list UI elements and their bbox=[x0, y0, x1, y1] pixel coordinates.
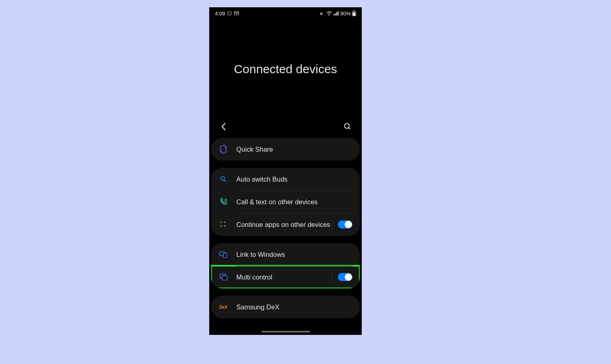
card-samsung-services: Auto switch Buds Call & text on other de… bbox=[211, 168, 360, 236]
link-windows-icon bbox=[219, 250, 228, 259]
card-dex: DeX Samsung DeX bbox=[211, 296, 360, 318]
page-title: Connected devices bbox=[234, 62, 337, 76]
status-time: 4:09 bbox=[215, 11, 225, 17]
continue-apps-label: Continue apps on other devices bbox=[236, 220, 332, 229]
action-bar bbox=[209, 119, 362, 135]
card-windows: Link to Windows Multi control bbox=[211, 243, 360, 288]
phone-frame: 4:09 80% Connected devices bbox=[209, 7, 362, 335]
svg-rect-18 bbox=[223, 253, 227, 257]
buds-icon bbox=[219, 174, 228, 184]
svg-rect-6 bbox=[337, 11, 338, 16]
toggle-divider bbox=[332, 272, 332, 282]
svg-point-15 bbox=[220, 225, 222, 227]
quick-share-label: Quick Share bbox=[236, 145, 352, 154]
status-bar: 4:09 80% bbox=[209, 7, 362, 19]
call-text-label: Call & text on other devices bbox=[236, 198, 352, 206]
svg-point-10 bbox=[345, 124, 350, 129]
search-button[interactable] bbox=[342, 121, 353, 132]
svg-rect-20 bbox=[222, 276, 227, 280]
dex-icon: DeX bbox=[219, 302, 228, 312]
link-windows-label: Link to Windows bbox=[236, 250, 352, 259]
toggle-divider bbox=[332, 219, 332, 230]
row-multi-control[interactable]: Multi control bbox=[211, 266, 360, 288]
mute-icon bbox=[320, 11, 325, 16]
dex-badge: DeX bbox=[219, 305, 227, 309]
gmail-icon bbox=[234, 11, 239, 15]
card-quick-share: Quick Share bbox=[211, 138, 360, 161]
svg-point-14 bbox=[224, 221, 226, 223]
battery-text: 80% bbox=[340, 11, 351, 17]
multi-control-toggle[interactable] bbox=[338, 273, 352, 281]
continue-apps-icon bbox=[219, 220, 228, 229]
svg-rect-5 bbox=[336, 12, 337, 15]
quick-share-icon bbox=[219, 144, 228, 154]
row-quick-share[interactable]: Quick Share bbox=[211, 138, 360, 161]
continue-apps-toggle[interactable] bbox=[338, 220, 352, 229]
row-link-windows[interactable]: Link to Windows bbox=[211, 243, 360, 266]
svg-rect-4 bbox=[335, 13, 335, 15]
svg-line-11 bbox=[349, 128, 350, 129]
wifi-icon bbox=[326, 11, 332, 16]
row-auto-switch-buds[interactable]: Auto switch Buds bbox=[211, 168, 360, 190]
multi-control-icon bbox=[219, 272, 228, 282]
row-continue-apps[interactable]: Continue apps on other devices bbox=[211, 213, 360, 236]
signal-icon bbox=[333, 11, 339, 16]
call-text-icon bbox=[219, 197, 228, 207]
header: Connected devices bbox=[209, 19, 362, 119]
svg-point-16 bbox=[224, 225, 226, 227]
svg-rect-9 bbox=[353, 12, 355, 16]
battery-icon bbox=[352, 11, 356, 16]
row-call-text[interactable]: Call & text on other devices bbox=[211, 190, 360, 213]
auto-switch-label: Auto switch Buds bbox=[236, 175, 352, 184]
back-button[interactable] bbox=[218, 121, 229, 132]
samsung-dex-label: Samsung DeX bbox=[236, 303, 352, 311]
svg-rect-3 bbox=[333, 15, 334, 16]
gesture-bar[interactable] bbox=[261, 331, 310, 332]
screenshot-icon bbox=[227, 11, 232, 16]
svg-point-13 bbox=[220, 221, 222, 223]
svg-point-2 bbox=[329, 15, 330, 15]
svg-rect-0 bbox=[228, 12, 231, 15]
multi-control-label: Multi control bbox=[236, 273, 332, 281]
row-samsung-dex[interactable]: DeX Samsung DeX bbox=[211, 296, 360, 318]
